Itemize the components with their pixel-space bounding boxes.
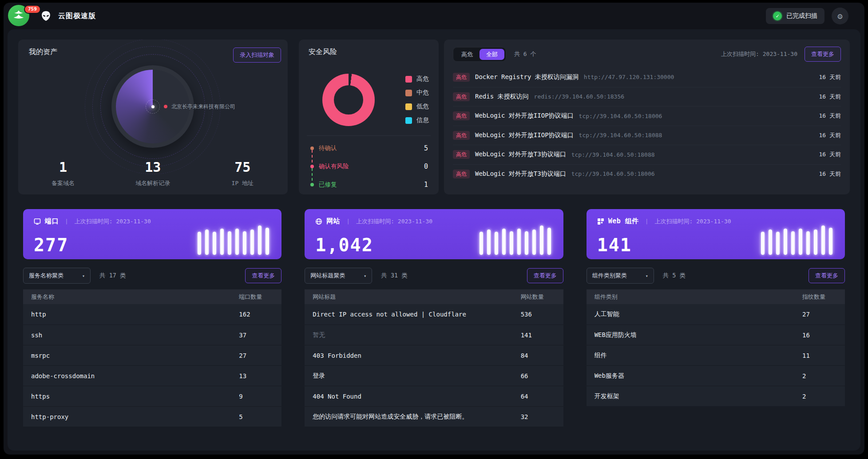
activity-bars bbox=[761, 222, 832, 255]
risk-row[interactable]: 高危Redis 未授权访问redis://39.104.60.50:183561… bbox=[453, 87, 841, 107]
column-header-value: 网站数量 bbox=[521, 293, 555, 301]
row-value: 162 bbox=[239, 311, 273, 318]
risk-row[interactable]: 高危WebLogic 对外开放IIOP协议端口tcp://39.104.60.5… bbox=[453, 126, 841, 145]
status-dot bbox=[310, 146, 314, 150]
scan-complete-check-icon: ✓ bbox=[773, 12, 782, 20]
column-header-value: 指纹数量 bbox=[802, 293, 837, 301]
risk-row[interactable]: 高危WebLogic 对外开放T3协议端口tcp://39.104.60.50:… bbox=[453, 164, 841, 184]
table-row[interactable]: 组件11 bbox=[587, 345, 845, 365]
table-row[interactable]: Direct IP access not allowed | Cloudflar… bbox=[305, 304, 563, 324]
risk-age: 16 天前 bbox=[819, 112, 841, 120]
legend-item-low[interactable]: 低危 bbox=[405, 103, 429, 111]
risk-age: 16 天前 bbox=[819, 73, 841, 81]
table-row[interactable]: Web服务器2 bbox=[587, 365, 845, 386]
activity-bar bbox=[250, 230, 254, 255]
stat-label: 备案域名 bbox=[18, 179, 108, 187]
view-more-websites-button[interactable]: 查看更多 bbox=[527, 268, 563, 283]
activity-bar bbox=[510, 231, 513, 255]
activity-bar bbox=[220, 229, 224, 255]
table-row[interactable]: http162 bbox=[23, 304, 281, 324]
stat-label: IP 地址 bbox=[198, 179, 287, 187]
activity-bar bbox=[532, 230, 536, 255]
chevron-down-icon: ▾ bbox=[82, 273, 85, 278]
topbar: 759 云图极速版 ✓ 已完成扫描 ⚙ bbox=[4, 3, 864, 29]
activity-bars bbox=[480, 222, 551, 255]
table-row[interactable]: WEB应用防火墙16 bbox=[587, 324, 845, 345]
components-summary-card[interactable]: Web 组件 | 上次扫描时间: 2023-11-30 141 bbox=[587, 209, 845, 259]
table-row[interactable]: 403 Forbidden84 bbox=[305, 345, 563, 365]
status-confirmed: 确认有风险 0 bbox=[310, 162, 428, 170]
table-row[interactable]: https9 bbox=[23, 386, 281, 406]
table-row[interactable]: 404 Not Found64 bbox=[305, 386, 563, 406]
divider: | bbox=[65, 218, 68, 225]
risk-row[interactable]: 高危WebLogic 对外开放T3协议端口tcp://39.104.60.50:… bbox=[453, 145, 841, 164]
row-value: 2 bbox=[802, 393, 837, 400]
row-label: 开发框架 bbox=[595, 392, 802, 400]
risk-donut-chart bbox=[322, 74, 375, 126]
cluster-select[interactable]: 服务名称聚类 ▾ bbox=[23, 268, 91, 284]
table-row[interactable]: 暂无141 bbox=[305, 324, 563, 345]
table-row[interactable]: msrpc27 bbox=[23, 345, 281, 365]
activity-bar bbox=[821, 226, 825, 255]
risk-row[interactable]: 高危WebLogic 对外开放IIOP协议端口tcp://39.104.60.5… bbox=[453, 106, 841, 126]
activity-bar bbox=[791, 231, 795, 255]
view-more-components-button[interactable]: 查看更多 bbox=[809, 268, 845, 283]
ports-count: 277 bbox=[34, 236, 68, 254]
row-label: 您的访问请求可能对网站造成安全威胁，请求已被阻断。 bbox=[313, 413, 520, 421]
view-more-risks-button[interactable]: 查看更多 bbox=[805, 47, 841, 62]
enroll-scan-button[interactable]: 录入扫描对象 bbox=[233, 47, 281, 63]
tab-all[interactable]: 全部 bbox=[480, 49, 504, 60]
monitor-icon bbox=[34, 218, 41, 225]
legend-item-info[interactable]: 信息 bbox=[405, 116, 429, 124]
table-row[interactable]: adobe-crossdomain13 bbox=[23, 365, 281, 386]
legend-item-medium[interactable]: 中危 bbox=[405, 89, 429, 97]
activity-bar bbox=[784, 229, 787, 255]
view-more-ports-button[interactable]: 查看更多 bbox=[245, 268, 281, 283]
risk-title: WebLogic 对外开放IIOP协议端口 bbox=[475, 131, 574, 139]
scan-status-pill[interactable]: ✓ 已完成扫描 bbox=[766, 8, 824, 24]
table-header: 服务名称 端口数量 bbox=[23, 289, 281, 304]
stat-value: 75 bbox=[198, 159, 287, 175]
row-label: 组件 bbox=[595, 352, 802, 360]
cluster-select[interactable]: 组件类别聚类 ▾ bbox=[587, 268, 654, 284]
row-label: Web服务器 bbox=[595, 372, 802, 380]
status-label: 待确认 bbox=[319, 144, 337, 152]
mascot-icon bbox=[40, 10, 52, 22]
row-label: http bbox=[31, 311, 239, 318]
activity-bar bbox=[761, 232, 765, 255]
risk-row[interactable]: 高危Docker Registry 未授权访问漏洞http://47.97.12… bbox=[453, 67, 841, 87]
tab-high-risk[interactable]: 高危 bbox=[455, 49, 480, 60]
cluster-select-value: 服务名称聚类 bbox=[29, 272, 63, 280]
activity-bar bbox=[258, 226, 262, 255]
status-pending: 待确认 5 bbox=[310, 144, 428, 152]
stat-ip-addresses: 75 IP 地址 bbox=[198, 159, 287, 187]
settings-gear-icon[interactable]: ⚙ bbox=[832, 8, 848, 24]
stat-dns-records: 13 域名解析记录 bbox=[108, 159, 198, 187]
activity-bar bbox=[198, 232, 201, 255]
websites-summary-card[interactable]: 网站 | 上次扫描时间: 2023-11-30 1,042 bbox=[305, 209, 563, 259]
legend-swatch bbox=[405, 103, 412, 110]
table-row[interactable]: 登录66 bbox=[305, 365, 563, 386]
brand-logo[interactable]: 759 bbox=[8, 5, 30, 27]
panel-title: Web 组件 bbox=[608, 217, 639, 226]
notification-badge: 759 bbox=[24, 5, 41, 14]
legend-item-high[interactable]: 高危 bbox=[405, 75, 429, 83]
ports-summary-card[interactable]: 端口 | 上次扫描时间: 2023-11-30 277 bbox=[23, 209, 281, 259]
risk-title: Redis 未授权访问 bbox=[475, 93, 529, 101]
chevron-down-icon: ▾ bbox=[646, 273, 648, 278]
table-row[interactable]: http-proxy5 bbox=[23, 406, 281, 427]
table-row[interactable]: 开发框架2 bbox=[587, 386, 845, 406]
row-value: 27 bbox=[239, 352, 273, 359]
activity-bar bbox=[814, 230, 817, 255]
table-row[interactable]: 您的访问请求可能对网站造成安全威胁，请求已被阻断。32 bbox=[305, 406, 563, 427]
risk-statuses: 待确认 5 确认有风险 0 已修复 1 bbox=[310, 144, 428, 189]
panel-title: 网站 bbox=[326, 217, 340, 226]
risk-title: WebLogic 对外开放IIOP协议端口 bbox=[475, 112, 574, 120]
legend-label: 高危 bbox=[416, 75, 429, 83]
risk-list-card: 高危 全部 共 6 个 上次扫描时间: 2023-11-30 查看更多 高危Do… bbox=[444, 40, 850, 194]
status-dot bbox=[310, 183, 314, 186]
table-row[interactable]: ssh37 bbox=[23, 324, 281, 345]
row-value: 141 bbox=[521, 332, 555, 339]
table-row[interactable]: 人工智能27 bbox=[587, 304, 845, 324]
cluster-select[interactable]: 网站标题聚类 ▾ bbox=[305, 268, 372, 284]
